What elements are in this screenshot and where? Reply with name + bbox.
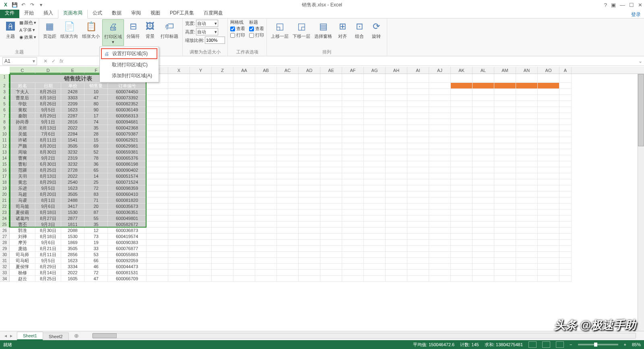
data-cell[interactable]: 8月25日 (35, 276, 61, 282)
row-header[interactable]: 16 (0, 167, 10, 173)
data-cell[interactable]: 乐进 (10, 185, 35, 191)
data-cell[interactable]: 华歆 (10, 101, 35, 107)
data-cell[interactable]: 66 (85, 258, 108, 264)
data-cell[interactable]: 600036149 (108, 107, 147, 113)
data-cell[interactable]: 曹爽 (10, 155, 35, 161)
data-cell[interactable]: 曹丕 (10, 222, 35, 228)
data-cell[interactable]: 12 (85, 228, 108, 234)
data-cell[interactable]: 8月30日 (35, 228, 61, 234)
row-header[interactable]: 26 (0, 228, 10, 234)
data-cell[interactable]: 秦朗 (10, 113, 35, 119)
data-cell[interactable]: 吴班 (10, 125, 35, 131)
size-button[interactable]: 📋纸张大小 (80, 19, 101, 40)
width-combo[interactable]: 自动▾ (196, 20, 218, 27)
row-header[interactable]: 5 (0, 101, 10, 107)
col-header[interactable]: AM (494, 67, 516, 74)
data-cell[interactable]: 3505 (61, 246, 85, 252)
page-layout-button[interactable] (542, 341, 550, 348)
data-cell[interactable]: 52 (85, 149, 108, 155)
data-cell[interactable]: 庞德 (10, 246, 35, 252)
data-cell[interactable]: 9月3日 (35, 222, 61, 228)
data-cell[interactable]: 2728 (61, 167, 85, 173)
data-cell[interactable]: 8月29日 (35, 113, 61, 119)
data-cell[interactable]: 35 (85, 125, 108, 131)
data-cell[interactable]: 9月6日 (35, 240, 61, 246)
sheet-tab-2[interactable]: Sheet2 (43, 333, 69, 340)
row-header[interactable]: 23 (0, 209, 10, 216)
data-cell[interactable]: 83 (85, 191, 108, 197)
header-cell[interactable]: 日期 (35, 83, 61, 89)
zoom-in[interactable]: + (624, 342, 626, 347)
add-print-area[interactable]: 添加到打印区域(A) (101, 70, 158, 81)
data-cell[interactable]: 摩芳 (10, 240, 35, 246)
data-cell[interactable]: 72 (85, 185, 108, 191)
data-cell[interactable]: 8月18日 (35, 95, 61, 101)
data-cell[interactable]: 卞夫人 (10, 89, 35, 95)
height-combo[interactable]: 自动▾ (196, 28, 218, 35)
header-cell[interactable]: 姓名 (10, 83, 35, 89)
themes-button[interactable]: 🅰主题 (2, 19, 19, 40)
data-cell[interactable]: 1623 (61, 258, 85, 264)
row-header[interactable]: 27 (0, 234, 10, 240)
bring-forward-button[interactable]: ◱上移一层 (269, 19, 290, 40)
data-cell[interactable]: 9月5日 (35, 107, 61, 113)
data-cell[interactable]: 53 (85, 252, 108, 258)
data-cell[interactable]: 87 (85, 209, 108, 216)
sheet-tab-1[interactable]: Sheet1 (17, 332, 43, 340)
data-cell[interactable]: 600659381 (108, 149, 147, 155)
data-cell[interactable]: 孙尚香 (10, 119, 35, 125)
data-cell[interactable]: 8月29日 (35, 264, 61, 270)
data-cell[interactable]: 8月21日 (35, 246, 61, 252)
data-cell[interactable]: 600035673 (108, 203, 147, 209)
page-break-button[interactable] (556, 341, 564, 348)
data-cell[interactable]: 17 (85, 113, 108, 119)
row-header[interactable]: 21 (0, 197, 10, 203)
data-cell[interactable]: 69 (85, 143, 108, 149)
theme-fonts[interactable]: A 字体 ▾ (19, 27, 36, 33)
data-cell[interactable]: 600062921 (108, 137, 147, 143)
data-cell[interactable]: 600071524 (108, 179, 147, 185)
data-cell[interactable]: 600086198 (108, 161, 147, 167)
data-cell[interactable]: 47 (85, 95, 108, 101)
row-header[interactable]: 31 (0, 258, 10, 264)
data-cell[interactable]: 28 (85, 131, 108, 137)
row-header[interactable]: 9 (0, 125, 10, 131)
data-cell[interactable]: 8月1日 (35, 197, 61, 203)
col-header[interactable]: X (168, 67, 190, 74)
data-cell[interactable]: 严颜 (10, 143, 35, 149)
data-cell[interactable]: 600419574 (108, 234, 147, 240)
data-cell[interactable]: 2540 (61, 179, 85, 185)
col-header[interactable]: AN (516, 67, 538, 74)
row-header[interactable]: 12 (0, 143, 10, 149)
data-cell[interactable]: 2877 (61, 216, 85, 222)
data-cell[interactable]: 600098359 (108, 185, 147, 191)
data-cell[interactable]: 2287 (61, 113, 85, 119)
selection-pane-button[interactable]: ▤选择窗格 (313, 19, 334, 40)
data-cell[interactable]: 600055883 (108, 252, 147, 258)
data-cell[interactable]: 1530 (61, 234, 85, 240)
header-cell[interactable]: 订单编号 (108, 83, 147, 89)
help-icon[interactable]: ? (604, 2, 607, 8)
data-cell[interactable]: 1811 (61, 222, 85, 228)
col-header[interactable]: AB (255, 67, 277, 74)
grid-print-check[interactable]: 打印 (230, 32, 245, 38)
redo-icon[interactable]: ↷ (29, 2, 35, 8)
enter-icon[interactable]: ✓ (52, 58, 56, 64)
data-cell[interactable]: 曹皇后 (10, 95, 35, 101)
data-cell[interactable]: 8月30日 (35, 149, 61, 155)
row-header[interactable]: 24 (0, 216, 10, 222)
qat-more-icon[interactable]: ▾ (38, 2, 44, 8)
data-cell[interactable]: 25 (85, 179, 108, 185)
data-cell[interactable]: 600090383 (108, 240, 147, 246)
data-cell[interactable]: 2022 (61, 270, 85, 276)
data-cell[interactable]: 许褚 (10, 137, 35, 143)
data-cell[interactable]: 7月6日 (35, 131, 61, 137)
data-cell[interactable]: 刘禅 (10, 234, 35, 240)
data-cell[interactable]: 600074450 (108, 89, 147, 95)
row-header[interactable]: 10 (0, 131, 10, 137)
data-cell[interactable]: 78 (85, 155, 108, 161)
data-cell[interactable]: 33 (85, 246, 108, 252)
row-header[interactable]: 15 (0, 161, 10, 167)
save-icon[interactable]: 💾 (11, 2, 18, 8)
data-cell[interactable]: 20 (85, 203, 108, 209)
